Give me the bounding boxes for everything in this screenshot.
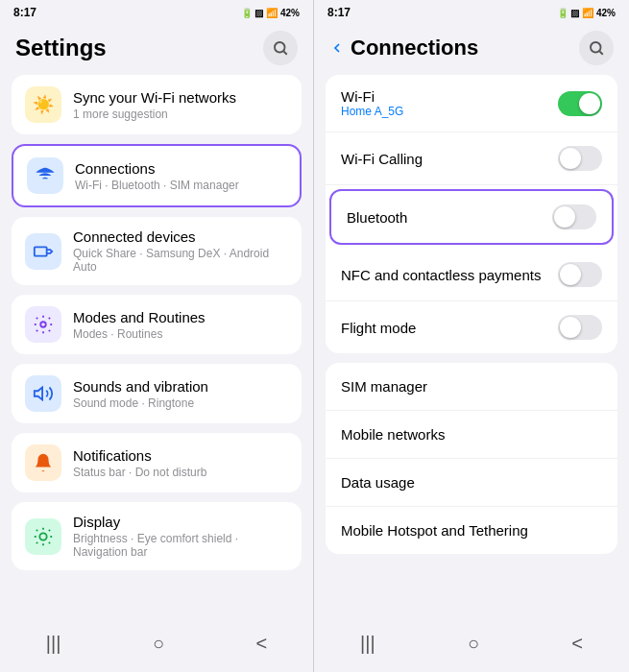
wifi-calling-item[interactable]: Wi-Fi Calling — [326, 132, 617, 185]
left-nav-bar: ||| ○ < — [0, 619, 313, 672]
connections-list: Wi-Fi Home A_5G Wi-Fi Calling Bl — [314, 75, 629, 619]
nfc-title: NFC and contactless payments — [341, 267, 548, 283]
devices-icon — [33, 241, 54, 262]
settings-search-button[interactable] — [263, 31, 298, 65]
right-nav-back-button[interactable]: < — [552, 629, 602, 659]
modes-svg-icon — [33, 314, 54, 335]
wifi-toggle[interactable] — [558, 91, 602, 116]
svg-point-5 — [39, 533, 46, 540]
sync-wifi-subtitle: 1 more suggestion — [73, 108, 288, 121]
connections-notoggle-card: SIM manager Mobile networks Data usage M… — [326, 363, 617, 554]
connected-devices-icon — [25, 233, 61, 270]
notifications-card: Notifications Status bar · Do not distur… — [12, 433, 302, 492]
settings-title: Settings — [15, 35, 107, 61]
notifications-icon — [25, 444, 61, 481]
flight-mode-toggle[interactable] — [558, 315, 602, 340]
nfc-toggle[interactable] — [558, 262, 602, 287]
flight-mode-title: Flight mode — [341, 320, 548, 336]
sync-wifi-icon: ☀️ — [25, 86, 61, 123]
notif-svg-icon — [33, 452, 54, 473]
sounds-title: Sounds and vibration — [73, 378, 288, 395]
sync-wifi-item[interactable]: ☀️ Sync your Wi-Fi networks 1 more sugge… — [12, 75, 302, 134]
connections-title: Connections — [75, 160, 286, 177]
mobile-networks-title: Mobile networks — [341, 426, 602, 443]
svg-marker-4 — [35, 388, 42, 400]
nav-back-button[interactable]: < — [237, 629, 287, 659]
modes-title: Modes and Routines — [73, 309, 288, 325]
settings-list: ☀️ Sync your Wi-Fi networks 1 more sugge… — [0, 75, 313, 619]
sounds-icon — [25, 375, 61, 412]
right-nav-recents-button[interactable]: ||| — [341, 629, 395, 659]
sounds-item[interactable]: Sounds and vibration Sound mode · Ringto… — [12, 364, 302, 423]
wifi-subtitle: Home A_5G — [341, 105, 548, 118]
display-item[interactable]: Display Brightness · Eye comfort shield … — [12, 502, 302, 570]
connections-back-button[interactable] — [329, 40, 345, 56]
sync-wifi-card: ☀️ Sync your Wi-Fi networks 1 more sugge… — [12, 75, 302, 134]
wifi-item[interactable]: Wi-Fi Home A_5G — [326, 75, 617, 132]
left-status-signals: 🔋 ▨ 📶 42% — [241, 8, 300, 18]
wifi-text: Wi-Fi Home A_5G — [341, 88, 548, 118]
wifi-calling-title: Wi-Fi Calling — [341, 151, 548, 167]
modes-item[interactable]: Modes and Routines Modes · Routines — [12, 295, 302, 354]
wifi-title: Wi-Fi — [341, 88, 548, 105]
wifi-toggle-thumb — [579, 93, 600, 114]
right-phone-panel: 8:17 🔋 ▨ 📶 42% Connections Wi-Fi Home — [314, 0, 629, 672]
data-usage-item[interactable]: Data usage — [326, 459, 617, 507]
wifi-calling-toggle-thumb — [560, 148, 581, 169]
nfc-text: NFC and contactless payments — [341, 267, 548, 283]
wifi-icon — [35, 165, 56, 186]
mobile-hotspot-item[interactable]: Mobile Hotspot and Tethering — [326, 507, 617, 554]
left-phone-panel: 8:17 🔋 ▨ 📶 42% Settings ☀️ Sync your Wi-… — [0, 0, 314, 672]
bluetooth-toggle-thumb — [554, 206, 575, 228]
right-nav-home-button[interactable]: ○ — [448, 629, 498, 659]
left-time: 8:17 — [13, 6, 36, 19]
sounds-text: Sounds and vibration Sound mode · Ringto… — [73, 378, 288, 410]
connections-item[interactable]: Connections Wi-Fi · Bluetooth · SIM mana… — [13, 146, 300, 205]
display-icon — [25, 518, 61, 555]
right-nav-bar: ||| ○ < — [314, 619, 629, 672]
sim-manager-item[interactable]: SIM manager — [326, 363, 617, 411]
connections-page-title: Connections — [351, 36, 579, 60]
data-usage-title: Data usage — [341, 474, 602, 491]
connections-search-icon — [588, 39, 605, 57]
sounds-card: Sounds and vibration Sound mode · Ringto… — [12, 364, 302, 423]
right-status-bar: 8:17 🔋 ▨ 📶 42% — [314, 0, 629, 23]
bluetooth-title: Bluetooth — [347, 209, 543, 226]
nav-home-button[interactable]: ○ — [133, 629, 183, 659]
svg-line-7 — [599, 51, 602, 54]
bluetooth-toggle[interactable] — [552, 204, 596, 229]
modes-icon — [25, 306, 61, 343]
svg-rect-2 — [35, 247, 47, 255]
flight-mode-item[interactable]: Flight mode — [326, 301, 617, 353]
connected-devices-item[interactable]: Connected devices Quick Share · Samsung … — [12, 217, 302, 285]
wifi-calling-text: Wi-Fi Calling — [341, 151, 548, 167]
connections-card: Connections Wi-Fi · Bluetooth · SIM mana… — [12, 144, 302, 207]
display-svg-icon — [33, 526, 54, 547]
notifications-subtitle: Status bar · Do not disturb — [73, 466, 288, 479]
nfc-item[interactable]: NFC and contactless payments — [326, 249, 617, 301]
sync-wifi-text: Sync your Wi-Fi networks 1 more suggesti… — [73, 89, 288, 121]
svg-point-6 — [591, 42, 601, 53]
modes-subtitle: Modes · Routines — [73, 327, 288, 341]
right-status-icons: 🔋 ▨ 📶 42% — [557, 8, 616, 18]
right-time: 8:17 — [327, 6, 351, 19]
bluetooth-item[interactable]: Bluetooth — [329, 189, 614, 245]
connections-icon — [27, 157, 63, 194]
modes-text: Modes and Routines Modes · Routines — [73, 309, 288, 341]
wifi-calling-toggle[interactable] — [558, 146, 602, 171]
back-chevron-icon — [329, 40, 345, 56]
sync-wifi-title: Sync your Wi-Fi networks — [73, 89, 288, 106]
mobile-networks-item[interactable]: Mobile networks — [326, 411, 617, 459]
svg-point-0 — [275, 42, 285, 53]
connections-subtitle: Wi-Fi · Bluetooth · SIM manager — [75, 179, 286, 192]
notifications-item[interactable]: Notifications Status bar · Do not distur… — [12, 433, 302, 492]
sound-svg-icon — [33, 383, 54, 404]
connected-devices-text: Connected devices Quick Share · Samsung … — [73, 228, 288, 274]
connections-toggle-card: Wi-Fi Home A_5G Wi-Fi Calling Bl — [326, 75, 617, 353]
connections-search-button[interactable] — [579, 31, 614, 65]
nav-recents-button[interactable]: ||| — [27, 629, 81, 659]
display-subtitle: Brightness · Eye comfort shield · Naviga… — [73, 532, 288, 559]
left-status-icons: 🔋 ▨ 📶 42% — [241, 8, 300, 18]
connected-devices-card: Connected devices Quick Share · Samsung … — [12, 217, 302, 285]
display-text: Display Brightness · Eye comfort shield … — [73, 514, 288, 559]
